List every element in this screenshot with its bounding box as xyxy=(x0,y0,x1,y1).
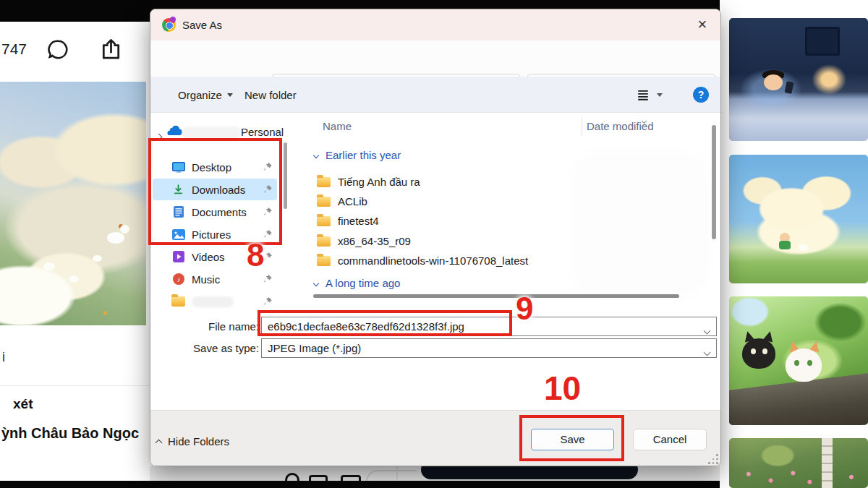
onedrive-label[interactable]: Personal xyxy=(241,126,284,138)
annotation-number-8: 8 xyxy=(247,239,264,271)
share-icon[interactable] xyxy=(98,37,124,62)
comments-heading: xét xyxy=(13,396,33,412)
card-edge xyxy=(396,466,398,481)
close-icon[interactable]: × xyxy=(690,14,715,35)
sort-chevron-icon xyxy=(642,113,646,126)
comment-icon[interactable] xyxy=(46,38,70,61)
organize-button[interactable]: Organize xyxy=(178,77,233,113)
navigation-bar: ← → ↑ Downloads xyxy=(150,40,721,77)
dog-figure xyxy=(107,232,124,244)
column-divider[interactable] xyxy=(582,117,582,136)
videos-icon xyxy=(171,251,185,262)
command-bar: Organize New folder ? xyxy=(150,77,721,113)
annotation-box-step8 xyxy=(148,138,282,245)
sidebar-item-blurred-folder[interactable] xyxy=(153,291,277,312)
pin-icon[interactable] xyxy=(263,274,273,284)
thumbnail-night-scene[interactable] xyxy=(729,18,868,141)
sheep-figure xyxy=(93,255,102,262)
view-dropdown-icon[interactable] xyxy=(657,77,663,113)
help-icon[interactable]: ? xyxy=(693,87,709,103)
file-list-vertical-scrollbar[interactable] xyxy=(712,125,716,239)
organize-label: Organize xyxy=(178,89,222,101)
cancel-button[interactable]: Cancel xyxy=(633,429,707,450)
folder-icon xyxy=(171,296,185,307)
file-list: Name Date modified Earlier this year Tiế… xyxy=(308,113,718,308)
chevron-up-icon xyxy=(156,439,163,446)
thumbnail-cats-scene[interactable] xyxy=(729,296,868,425)
blurred-text-patch xyxy=(192,296,234,307)
sheep-figure xyxy=(69,275,79,283)
file-name-label: File name: xyxy=(179,320,259,333)
folder-icon xyxy=(317,256,331,266)
file-row[interactable]: finetest4 xyxy=(317,211,379,231)
thumbnail-column xyxy=(720,0,868,488)
black-cat xyxy=(742,338,775,369)
author-name: ỳnh Châu Bảo Ngọc xyxy=(1,425,139,442)
file-list-horizontal-scrollbar[interactable] xyxy=(313,294,679,298)
save-as-type-select[interactable]: JPEG Image (*.jpg) xyxy=(261,338,717,358)
sheep-figure xyxy=(43,262,55,270)
file-name-dropdown-icon[interactable] xyxy=(705,323,710,336)
annotation-number-10: 10 xyxy=(544,372,581,405)
pin-icon[interactable] xyxy=(263,296,273,307)
divider xyxy=(0,385,150,386)
screenshot-root: 747 i xét ỳnh Châu Bảo Ngọc xyxy=(0,0,868,488)
profile-badge-icon xyxy=(170,17,176,22)
file-row[interactable]: commandlinetools-win-11076708_latest xyxy=(317,251,528,270)
column-header-name[interactable]: Name xyxy=(323,120,352,132)
folder-icon xyxy=(317,236,331,247)
music-icon: ♪ xyxy=(171,273,185,285)
view-list-icon[interactable] xyxy=(637,77,650,113)
folder-icon xyxy=(317,177,331,187)
file-row[interactable]: Tiếng Anh đầu ra xyxy=(317,172,420,192)
folder-icon xyxy=(317,197,331,207)
white-cat xyxy=(786,348,822,382)
sidebar-scrollbar[interactable] xyxy=(284,142,287,209)
svg-text:♪: ♪ xyxy=(176,275,180,283)
save-as-type-label: Save as type: xyxy=(179,342,259,354)
resize-grip-icon[interactable] xyxy=(708,454,718,464)
annotation-box-step10 xyxy=(519,415,624,461)
save-as-type-dropdown-icon[interactable] xyxy=(705,345,710,358)
thumbnail-garden-scene[interactable] xyxy=(729,438,868,488)
file-row[interactable]: ACLib xyxy=(317,192,367,211)
hide-folders-button[interactable]: Hide Folders xyxy=(156,433,229,449)
dialog-footer: Hide Folders Save Cancel xyxy=(150,410,721,466)
new-folder-button[interactable]: New folder xyxy=(244,77,297,113)
onedrive-cloud-icon xyxy=(166,124,182,135)
post-image[interactable] xyxy=(0,82,146,325)
new-folder-label: New folder xyxy=(244,89,297,101)
folder-icon xyxy=(317,216,331,226)
dialog-title: Save As xyxy=(182,19,222,31)
file-row[interactable]: x86_64-35_r09 xyxy=(317,231,411,251)
group-header[interactable]: A long time ago xyxy=(314,277,400,289)
truncated-text: i xyxy=(2,350,5,365)
group-header[interactable]: Earlier this year xyxy=(314,149,401,161)
dialog-titlebar: Save As × xyxy=(150,9,721,40)
annotation-number-9: 9 xyxy=(516,293,533,325)
blurred-dates-patch xyxy=(582,162,699,286)
group-chevron-icon xyxy=(313,152,319,158)
group-chevron-icon xyxy=(313,280,319,286)
page-bottom-bar xyxy=(0,481,720,488)
annotation-box-step9 xyxy=(258,310,512,336)
thumbnail-sky-scene[interactable] xyxy=(729,155,868,283)
organize-dropdown-icon xyxy=(227,93,233,97)
like-count: 747 xyxy=(1,40,27,58)
